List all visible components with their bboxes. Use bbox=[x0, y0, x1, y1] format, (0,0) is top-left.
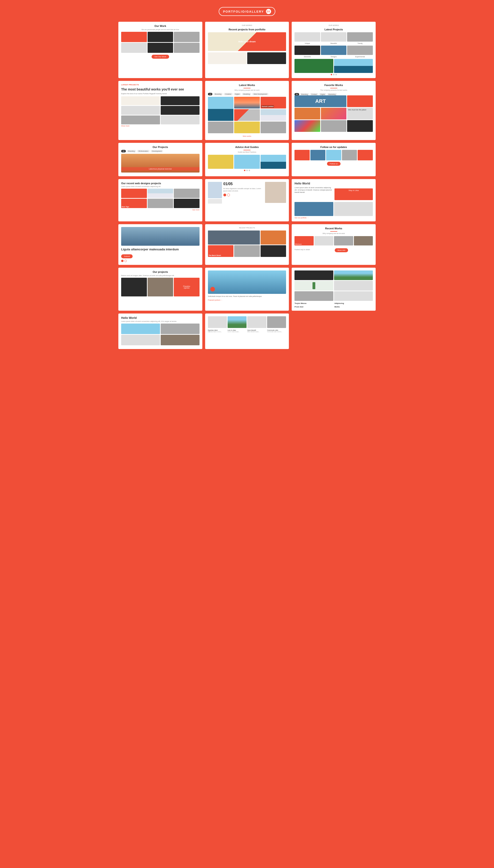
card13-btn[interactable]: Submit bbox=[121, 254, 133, 258]
img-block bbox=[208, 52, 247, 64]
img-block bbox=[294, 150, 310, 160]
card12-link[interactable]: See our portfolio → bbox=[294, 217, 373, 219]
card12-images: Stay in Litsa bbox=[335, 186, 373, 201]
card8-dots bbox=[208, 170, 286, 171]
img-block bbox=[234, 109, 260, 121]
card10-link[interactable]: → See more bbox=[121, 209, 200, 211]
tag-creative[interactable]: Creative bbox=[224, 93, 232, 95]
img-block bbox=[208, 231, 260, 244]
img-block bbox=[161, 96, 200, 105]
img-block bbox=[261, 109, 286, 121]
img-block bbox=[261, 122, 286, 133]
img-block bbox=[121, 106, 160, 115]
card-slider-01: 01/05 Ac fertur dignissim convallis semp… bbox=[205, 179, 289, 221]
card11-nav-dots bbox=[223, 194, 264, 196]
img-block bbox=[121, 116, 160, 124]
img-block: ART bbox=[294, 95, 346, 107]
card20-label-2: Leo in vitae Leo in vitae turpis... bbox=[228, 329, 247, 332]
card6-tags: All Branding Contact Digital Marketing bbox=[294, 93, 373, 95]
card-beautiful-works: LATEST PROJECTS The most beautiful works… bbox=[118, 81, 202, 140]
card1-btn[interactable]: See Our Work bbox=[152, 55, 169, 59]
img-block bbox=[321, 120, 347, 132]
card3-img-row2 bbox=[294, 45, 373, 55]
label-mollis: Mollis bbox=[335, 306, 373, 308]
card6-mosaic: ART this must be the place bbox=[294, 95, 373, 132]
label-quis: Quis blandit bbox=[247, 329, 266, 331]
img-block bbox=[261, 231, 286, 244]
card5-more-link[interactable]: More works bbox=[243, 135, 251, 137]
tag-3d[interactable]: 3D/Animation bbox=[137, 150, 150, 153]
main-grid: Our Work We are passionate people and do… bbox=[118, 22, 376, 349]
card3-labels-row1: Unique Beautiful Trendy bbox=[294, 42, 373, 44]
tag-web[interactable]: Web Development bbox=[252, 93, 268, 95]
tag-all[interactable]: All bbox=[121, 150, 126, 153]
img-block bbox=[148, 189, 173, 198]
img-block bbox=[347, 120, 373, 132]
img-block bbox=[148, 32, 173, 42]
label-egestas: Egestas diam bbox=[208, 329, 227, 331]
card4-link[interactable]: Show more bbox=[121, 125, 129, 127]
img-block bbox=[208, 97, 234, 121]
label-experimental: Experimental bbox=[347, 56, 373, 58]
card-recent-projects: OUR WORKS Recent projects from portfolio bbox=[205, 22, 289, 78]
card15-btn[interactable]: More info bbox=[335, 248, 348, 252]
img-block bbox=[294, 45, 320, 55]
desc-egestas: Egestas diam in arcu... bbox=[208, 331, 227, 332]
card-portfolio-camera: Turpis Massa Adipiscing Proin Sed Mollis bbox=[292, 268, 376, 311]
featured-text: this must be the place bbox=[347, 108, 373, 112]
card3-dots bbox=[294, 74, 373, 75]
tag-modeling[interactable]: Modeling bbox=[242, 93, 251, 95]
img-block: Minimum bbox=[294, 236, 314, 245]
card12-btn1[interactable]: Stay in Litsa bbox=[346, 189, 362, 192]
card17-img bbox=[208, 271, 286, 294]
dot-active bbox=[121, 260, 124, 262]
card12-content: Lorem ipsum dolor sit amet consectetur a… bbox=[294, 186, 373, 201]
tag-all[interactable]: All bbox=[208, 93, 213, 95]
card9-btn[interactable]: Follow us bbox=[327, 162, 341, 166]
img-block bbox=[174, 189, 200, 198]
card6-title: Favorite Works bbox=[294, 84, 373, 86]
card6-subtitle: The company presents its best works bbox=[294, 89, 373, 91]
img-block: Phasellus egestas bbox=[174, 278, 200, 296]
tag-branding[interactable]: Branding bbox=[127, 150, 136, 153]
featured-label: Sunset Limited bbox=[261, 105, 274, 108]
card10-desc: Lorem ipsum dolor sit amet consectetur a… bbox=[121, 185, 200, 187]
img-block bbox=[267, 316, 286, 328]
dot-prev[interactable] bbox=[223, 194, 226, 196]
dot bbox=[244, 170, 245, 171]
card3-title: Latest Projects bbox=[294, 28, 373, 31]
card3-slider bbox=[294, 59, 373, 73]
card6-divider bbox=[330, 88, 337, 88]
card2-main-img bbox=[208, 32, 286, 51]
card5-subtitle: Why company people and do work bbox=[208, 89, 286, 91]
tag-dev[interactable]: Development bbox=[151, 150, 163, 153]
card5-mosaic: Sunset Limited bbox=[208, 97, 286, 133]
img-block bbox=[347, 45, 373, 55]
img-block bbox=[161, 323, 200, 334]
card4-headline: The most beautiful works you'll ever see bbox=[121, 87, 200, 92]
tag-branding[interactable]: Branding bbox=[213, 93, 223, 95]
card7-feature-label: Laborious physical exercise bbox=[121, 167, 200, 171]
card-recent-web-designs: Our recent web designs projects Lorem ip… bbox=[118, 179, 202, 221]
card5-title: Latest Works bbox=[208, 84, 286, 86]
card8-title: Advice And Guides bbox=[208, 146, 286, 149]
dot bbox=[336, 74, 337, 75]
card2-title: Recent projects from portfolio bbox=[208, 28, 286, 31]
card1-title: Our Work bbox=[121, 24, 200, 27]
dot bbox=[249, 170, 250, 171]
card12-title: Hello World bbox=[294, 182, 373, 185]
img-block bbox=[294, 108, 320, 119]
tag-digital[interactable]: Digital bbox=[234, 93, 241, 95]
card9-title: Follow us for updates bbox=[294, 146, 373, 149]
img-block bbox=[321, 45, 347, 55]
card11-right-img bbox=[265, 182, 286, 203]
dot-next[interactable] bbox=[227, 194, 230, 196]
card5-tags: All Branding Creative Digital Modeling W… bbox=[208, 93, 286, 95]
card15-bottom: Fastest way to obtain More info bbox=[294, 247, 373, 252]
card11-left bbox=[208, 182, 222, 204]
card-egestas-diam: Egestas diam Egestas diam in arcu... Leo… bbox=[205, 314, 289, 349]
img-block bbox=[294, 281, 333, 290]
card-our-projects: Our Projects All Branding 3D/Animation D… bbox=[118, 143, 202, 176]
card17-link[interactable]: Praesent pretium → bbox=[208, 299, 286, 301]
card2-subtitle: OUR WORKS bbox=[208, 24, 286, 26]
